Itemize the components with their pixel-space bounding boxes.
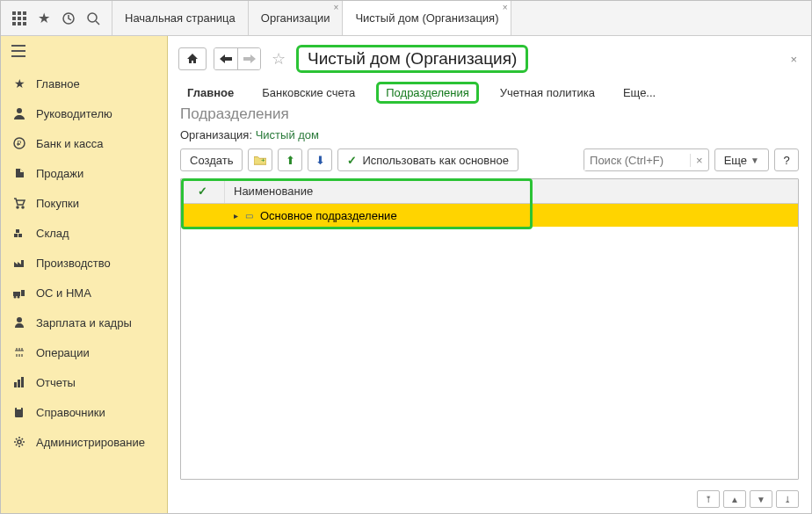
warehouse-icon (11, 225, 27, 241)
manager-icon (11, 105, 27, 121)
table-row[interactable]: ▸ ▭ Основное подразделение (181, 204, 798, 227)
scroll-top-button[interactable]: ⤒ (697, 490, 720, 508)
close-icon[interactable]: × (503, 3, 508, 12)
sidebar-item-main[interactable]: ★ Главное (1, 69, 167, 98)
gear-icon (11, 434, 27, 450)
tab-label: Организации (261, 11, 330, 25)
tab-bar: Начальная страница Организации × Чистый … (112, 1, 511, 35)
section-title: Подразделения (168, 105, 811, 128)
sidebar-item-operations[interactable]: Операции (1, 337, 167, 367)
clear-search-icon[interactable]: × (690, 154, 708, 167)
svg-rect-25 (21, 290, 25, 296)
sidebar-item-label: Руководителю (36, 107, 112, 120)
cart-icon (11, 195, 27, 211)
sidebar: ★ Главное Руководителю ₽ Банк и касса Пр (1, 36, 168, 513)
svg-rect-28 (18, 380, 20, 387)
grid-body[interactable]: ▸ ▭ Основное подразделение (181, 204, 798, 479)
check-icon (347, 154, 357, 167)
menu-icon[interactable] (1, 36, 167, 69)
check-icon (198, 185, 207, 198)
sidebar-item-assets[interactable]: ОС и НМА (1, 278, 167, 308)
use-as-main-button[interactable]: Использовать как основное (337, 148, 518, 171)
subnav-departments[interactable]: Подразделения (376, 82, 479, 104)
sidebar-item-production[interactable]: Производство (1, 248, 167, 278)
catalogs-icon (11, 404, 27, 420)
svg-rect-6 (12, 22, 16, 25)
svg-rect-4 (18, 17, 21, 20)
organization-link[interactable]: Чистый дом (256, 128, 319, 141)
back-button[interactable] (214, 48, 237, 69)
top-toolbar: ★ Начальная страница Организации × Чисты… (1, 1, 811, 36)
move-up-button[interactable]: ⬆ (278, 148, 302, 171)
sidebar-item-catalogs[interactable]: Справочники (1, 397, 167, 427)
sidebar-item-purchases[interactable]: Покупки (1, 188, 167, 218)
sidebar-item-label: Банк и касса (36, 137, 104, 150)
svg-rect-3 (12, 17, 16, 20)
favorite-star-icon[interactable]: ☆ (268, 49, 289, 69)
sidebar-item-admin[interactable]: Администрирование (1, 427, 167, 457)
sidebar-item-warehouse[interactable]: Склад (1, 218, 167, 248)
sidebar-item-manager[interactable]: Руководителю (1, 98, 167, 128)
home-button[interactable] (178, 47, 207, 70)
sidebar-item-label: Зарплата и кадры (36, 316, 132, 329)
svg-rect-11 (11, 45, 25, 47)
tab-home[interactable]: Начальная страница (112, 1, 249, 35)
tab-organization-detail[interactable]: Чистый дом (Организация) × (343, 1, 511, 35)
help-button[interactable]: ? (774, 148, 799, 171)
sidebar-item-label: Покупки (36, 197, 79, 210)
page-title: Чистый дом (Организация) (296, 45, 528, 73)
chevron-down-icon: ▼ (750, 156, 759, 165)
svg-rect-7 (18, 22, 21, 25)
operations-icon (11, 344, 27, 360)
tab-organizations[interactable]: Организации × (249, 1, 344, 35)
scroll-down-button[interactable]: ▼ (750, 490, 772, 508)
history-icon[interactable] (59, 9, 78, 28)
svg-rect-20 (18, 234, 22, 237)
grid-footer-nav: ⤒ ▲ ▼ ⤓ (168, 487, 811, 513)
create-folder-button[interactable]: + (248, 148, 272, 171)
sidebar-item-bank[interactable]: ₽ Банк и касса (1, 128, 167, 158)
sales-icon (11, 165, 27, 181)
svg-point-23 (14, 296, 17, 299)
svg-rect-8 (23, 22, 26, 25)
organization-label: Организация: (180, 128, 252, 141)
sidebar-item-label: Операции (36, 346, 90, 359)
svg-point-24 (18, 296, 20, 299)
search-input[interactable] (584, 150, 690, 170)
svg-point-17 (17, 206, 18, 208)
subnav-bank-accounts[interactable]: Банковские счета (255, 84, 362, 101)
node-icon: ▭ (245, 211, 253, 221)
move-down-button[interactable]: ⬇ (308, 148, 332, 171)
sidebar-item-hr[interactable]: Зарплата и кадры (1, 308, 167, 337)
more-button[interactable]: Еще ▼ (714, 148, 769, 171)
grid-header-check[interactable] (181, 179, 225, 203)
svg-point-10 (88, 13, 97, 22)
expand-icon[interactable]: ▸ (234, 211, 238, 221)
search-icon[interactable] (83, 9, 103, 28)
sidebar-item-reports[interactable]: Отчеты (1, 367, 167, 397)
subnav-main[interactable]: Главное (180, 84, 241, 101)
svg-rect-31 (17, 407, 21, 409)
production-icon (11, 255, 27, 271)
svg-rect-27 (14, 382, 17, 387)
scroll-bottom-button[interactable]: ⤓ (776, 490, 799, 508)
grid-header-name[interactable]: Наименование (225, 185, 313, 198)
svg-rect-21 (16, 229, 19, 233)
tab-label: Начальная страница (125, 11, 236, 25)
close-icon[interactable]: × (334, 3, 339, 12)
main-content: ☆ Чистый дом (Организация) × Главное Бан… (168, 36, 811, 513)
forward-button[interactable] (237, 48, 260, 69)
apps-icon[interactable] (10, 9, 29, 28)
scroll-up-button[interactable]: ▲ (723, 490, 746, 508)
grid-header: Наименование (181, 179, 798, 204)
star-icon[interactable]: ★ (34, 9, 54, 28)
svg-text:₽: ₽ (17, 140, 21, 148)
sidebar-item-label: Справочники (36, 406, 105, 419)
subnav-more[interactable]: Еще... (616, 84, 663, 101)
subnav-accounting-policy[interactable]: Учетная политика (493, 84, 602, 101)
create-button[interactable]: Создать (180, 148, 243, 171)
sidebar-item-sales[interactable]: Продажи (1, 158, 167, 188)
svg-rect-13 (11, 55, 25, 57)
close-icon[interactable]: × (787, 49, 801, 69)
search-field[interactable]: × (584, 148, 709, 171)
